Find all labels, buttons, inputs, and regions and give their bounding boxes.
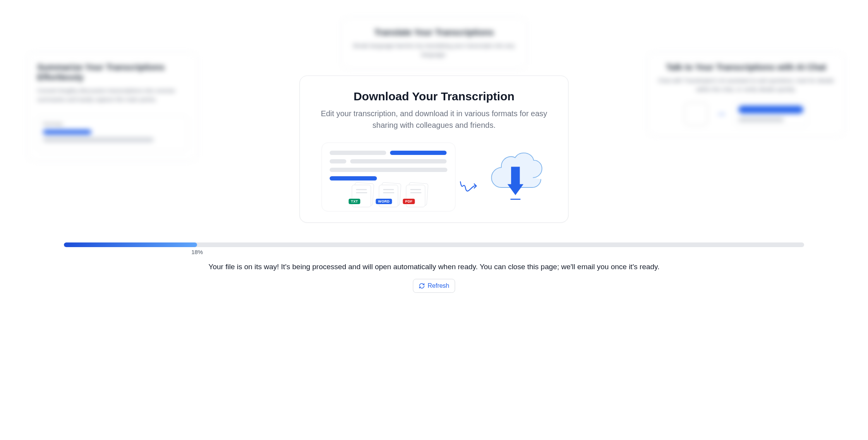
bg-card-aichat: Talk to Your Transcriptions with AI Chat… [647, 52, 845, 136]
bg-card-desc: Convert lengthy discussion transcription… [37, 86, 187, 104]
bg-card-desc: Break language barriers by translating y… [351, 41, 517, 59]
format-txt: TXT [352, 185, 371, 207]
svg-rect-1 [510, 199, 520, 200]
cloud-download-graphic [483, 151, 547, 203]
bg-card-title: Talk to Your Transcriptions with AI Chat [657, 62, 835, 72]
cloud-download-icon [486, 152, 544, 203]
bg-card-title: Translate Your Transcriptions [351, 28, 517, 38]
format-word: WORD [379, 185, 398, 207]
svg-rect-0 [511, 167, 520, 185]
bg-card-translate: Translate Your Transcriptions Break lang… [341, 17, 527, 69]
refresh-icon [419, 283, 425, 289]
bg-card-desc: Chat with Transkriptor's AI assistant to… [657, 76, 835, 94]
download-illustration: TXT WORD PDF [318, 143, 551, 211]
txt-badge: TXT [349, 199, 360, 204]
bg-card-title: Summarize Your Transcriptions Effortless… [37, 62, 187, 82]
download-feature-card: Download Your Transcription Edit your tr… [300, 76, 569, 223]
status-message: Your file is on its way! It's being proc… [0, 263, 868, 271]
pdf-badge: PDF [403, 199, 415, 204]
card-subtitle: Edit your transcription, and download it… [318, 108, 551, 131]
word-badge: WORD [376, 199, 392, 204]
bg-card-summarize: Summarize Your Transcriptions Effortless… [27, 52, 197, 161]
refresh-label: Refresh [427, 282, 449, 289]
squiggly-arrow-icon [459, 178, 480, 196]
document-preview-graphic: TXT WORD PDF [322, 143, 456, 211]
card-title: Download Your Transcription [318, 90, 551, 103]
progress-fill [64, 242, 197, 247]
progress-label: 18% [191, 249, 203, 255]
refresh-button[interactable]: Refresh [413, 279, 455, 293]
progress-bar [64, 242, 804, 247]
progress-section: 18% [64, 242, 804, 247]
format-pdf: PDF [406, 185, 425, 207]
